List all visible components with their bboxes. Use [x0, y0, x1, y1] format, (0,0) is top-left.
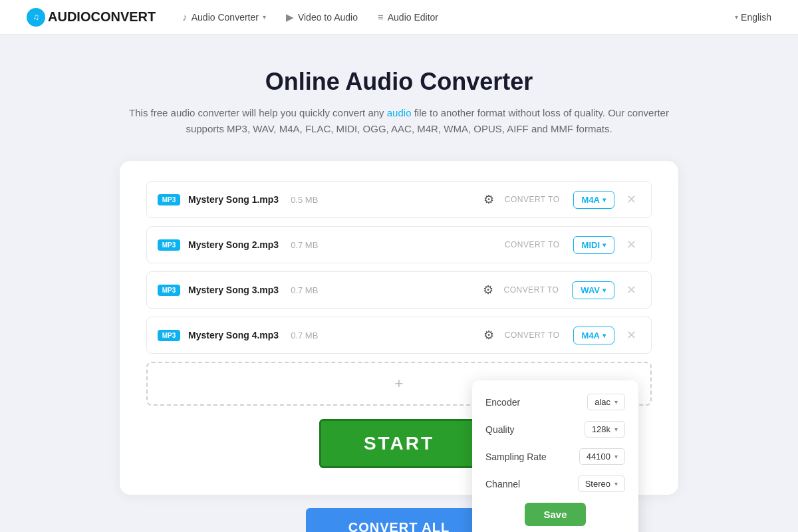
- remove-file-button[interactable]: ✕: [622, 190, 640, 209]
- sampling-rate-label: Sampling Rate: [485, 452, 547, 462]
- chevron-down-icon: ▾: [602, 241, 606, 249]
- page-subtitle: This free audio converter will help you …: [126, 105, 672, 137]
- file-name: Mystery Song 2.mp3: [188, 239, 279, 250]
- main-content: Online Audio Converter This free audio c…: [0, 35, 798, 532]
- format-select-button[interactable]: M4A ▾: [573, 327, 614, 344]
- file-size: 0.7 MB: [291, 331, 318, 340]
- logo-text: AUDIOCONVERT: [48, 9, 156, 25]
- nav-audio-editor[interactable]: ≡ Audio Editor: [378, 9, 438, 25]
- language-selector[interactable]: ▾ English: [735, 12, 771, 23]
- quality-value: 128k: [592, 424, 610, 434]
- file-badge: MP3: [158, 239, 180, 251]
- sampling-rate-select[interactable]: 44100 ▾: [579, 448, 625, 465]
- file-size: 0.7 MB: [291, 285, 318, 295]
- nav-audio-converter[interactable]: ♪ Audio Converter ▾: [182, 9, 266, 25]
- chevron-down-icon: ▾: [614, 426, 618, 433]
- chevron-down-icon: ▾: [614, 398, 618, 406]
- file-name: Mystery Song 4.mp3: [188, 330, 279, 340]
- file-size: 0.7 MB: [291, 240, 318, 250]
- remove-file-button[interactable]: ✕: [622, 325, 640, 345]
- quality-select[interactable]: 128k ▾: [585, 421, 625, 438]
- format-select-button[interactable]: M4A ▾: [573, 191, 614, 209]
- save-button[interactable]: Save: [525, 503, 585, 526]
- nav-audio-editor-label: Audio Editor: [388, 12, 438, 23]
- nav-video-to-audio-label: Video to Audio: [298, 12, 358, 23]
- logo-icon: ♫: [27, 8, 45, 27]
- convert-to-label: CONVERT TO: [505, 195, 560, 204]
- remove-file-button[interactable]: ✕: [622, 235, 640, 255]
- convert-all-button[interactable]: CONVERT ALL: [306, 508, 492, 532]
- video-icon: ▶: [286, 11, 294, 23]
- encoder-select[interactable]: alac ▾: [587, 394, 625, 410]
- start-button[interactable]: START: [319, 419, 479, 468]
- chevron-down-icon-lang: ▾: [735, 13, 738, 21]
- chevron-down-icon: ▾: [263, 13, 266, 21]
- add-file-icon: +: [395, 375, 404, 392]
- language-label: English: [741, 12, 771, 23]
- channel-label: Channel: [485, 479, 520, 489]
- subtitle-highlight: audio: [387, 107, 412, 118]
- nav-video-to-audio[interactable]: ▶ Video to Audio: [286, 9, 358, 26]
- page-title: Online Audio Converter: [265, 68, 533, 96]
- format-select-button[interactable]: WAV ▾: [572, 281, 614, 299]
- file-size: 0.5 MB: [291, 195, 318, 205]
- encoder-label: Encoder: [485, 397, 520, 408]
- file-badge: MP3: [158, 330, 180, 341]
- chevron-down-icon: ▾: [602, 196, 606, 203]
- chevron-down-icon: ▾: [614, 453, 618, 460]
- file-row: MP3 Mystery Song 4.mp3 0.7 MB ⚙ CONVERT …: [146, 317, 652, 354]
- settings-popup: Encoder alac ▾ Quality 128k ▾ Sampling R…: [472, 380, 638, 532]
- settings-gear-button[interactable]: ⚙: [480, 280, 496, 300]
- file-name: Mystery Song 1.mp3: [188, 194, 279, 205]
- settings-channel-row: Channel Stereo ▾: [485, 475, 625, 492]
- channel-value: Stereo: [585, 479, 610, 489]
- chevron-down-icon: ▾: [602, 332, 606, 339]
- encoder-value: alac: [595, 397, 610, 407]
- convert-to-label: CONVERT TO: [504, 285, 559, 295]
- file-row: MP3 Mystery Song 3.mp3 0.7 MB ⚙ CONVERT …: [146, 271, 652, 309]
- logo[interactable]: ♫ AUDIOCONVERT: [27, 8, 156, 27]
- format-select-button[interactable]: MIDI ▾: [573, 236, 614, 254]
- remove-file-button[interactable]: ✕: [622, 280, 640, 300]
- channel-select[interactable]: Stereo ▾: [578, 475, 625, 492]
- converter-card: MP3 Mystery Song 1.mp3 0.5 MB ⚙ CONVERT …: [120, 161, 678, 495]
- chevron-down-icon: ▾: [602, 287, 606, 294]
- bottom-buttons: CONVERT ALL CANCEL: [306, 508, 492, 532]
- file-row: MP3 Mystery Song 2.mp3 0.7 MB CONVERT TO…: [146, 226, 652, 263]
- settings-sampling-row: Sampling Rate 44100 ▾: [485, 448, 625, 465]
- header: ♫ AUDIOCONVERT ♪ Audio Converter ▾ ▶ Vid…: [0, 0, 798, 35]
- quality-label: Quality: [485, 424, 515, 435]
- nav-audio-converter-label: Audio Converter: [192, 12, 259, 23]
- settings-gear-button[interactable]: ⚙: [481, 190, 497, 209]
- settings-gear-button[interactable]: ⚙: [481, 325, 497, 345]
- chevron-down-icon: ▾: [614, 480, 618, 487]
- convert-to-label: CONVERT TO: [505, 240, 560, 249]
- sampling-rate-value: 44100: [587, 452, 610, 462]
- convert-to-label: CONVERT TO: [505, 331, 560, 340]
- audio-converter-icon: ♪: [182, 11, 188, 23]
- settings-encoder-row: Encoder alac ▾: [485, 394, 625, 410]
- file-badge: MP3: [158, 194, 180, 205]
- file-badge: MP3: [158, 285, 180, 296]
- editor-icon: ≡: [378, 11, 384, 23]
- file-row: MP3 Mystery Song 1.mp3 0.5 MB ⚙ CONVERT …: [146, 181, 652, 218]
- file-name: Mystery Song 3.mp3: [188, 285, 279, 295]
- settings-quality-row: Quality 128k ▾: [485, 421, 625, 438]
